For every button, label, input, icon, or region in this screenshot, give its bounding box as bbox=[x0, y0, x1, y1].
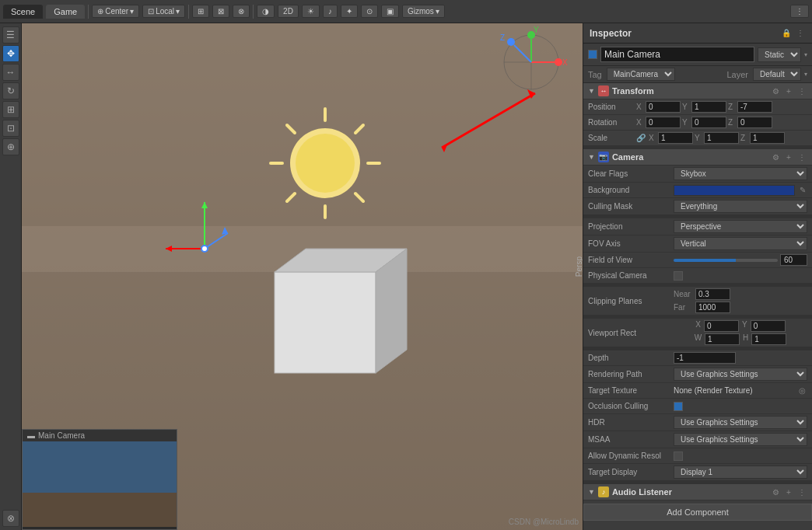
snap2-btn[interactable]: ⊗ bbox=[233, 5, 250, 18]
audio-add-icon[interactable]: + bbox=[783, 486, 794, 497]
add-component-button[interactable]: Add Component bbox=[583, 504, 812, 521]
grid-btn[interactable]: ⊞ bbox=[192, 5, 209, 18]
audio-listener-header[interactable]: ▼ ♪ Audio Listener ⚙ + ⋮ bbox=[583, 484, 812, 500]
rot-z-input[interactable] bbox=[737, 117, 772, 128]
toolbar-sep-1 bbox=[88, 5, 89, 19]
far-input[interactable] bbox=[695, 302, 730, 313]
camera-menu-icon[interactable]: ⋮ bbox=[796, 152, 807, 162]
rect-tool[interactable]: ⊡ bbox=[2, 120, 19, 137]
scale-y-input[interactable] bbox=[704, 132, 739, 144]
layer-dropdown-arrow: ▾ bbox=[804, 71, 807, 78]
vp-h-input[interactable] bbox=[751, 333, 786, 345]
vp-w-input[interactable] bbox=[705, 333, 740, 345]
culling-mask-dropdown[interactable]: Everything bbox=[674, 200, 807, 213]
shading-btn[interactable]: ◑ bbox=[257, 5, 275, 18]
occlusion-culling-value bbox=[674, 402, 807, 411]
clipping-planes-label: Clipping Planes bbox=[588, 297, 674, 305]
static-dropdown-arrow: ▾ bbox=[804, 51, 807, 58]
rotate-tool[interactable]: ↻ bbox=[2, 82, 19, 99]
more-btn[interactable]: ⋮ bbox=[790, 5, 809, 18]
vp-y-input[interactable] bbox=[751, 320, 786, 332]
aspect-btn[interactable]: ▣ bbox=[381, 5, 399, 18]
target-texture-pick-icon[interactable]: ◎ bbox=[796, 385, 807, 396]
layer-dropdown[interactable]: Default bbox=[753, 68, 801, 81]
vp-x-input[interactable] bbox=[704, 320, 739, 332]
rot-y-input[interactable] bbox=[691, 117, 726, 128]
physical-camera-checkbox[interactable] bbox=[674, 271, 683, 281]
scene-tab[interactable]: Scene bbox=[3, 5, 43, 19]
pivot-center-btn[interactable]: ⊕ Center ▾ bbox=[92, 5, 139, 18]
local-dropdown-icon: ▾ bbox=[176, 7, 180, 16]
depth-value bbox=[674, 352, 807, 364]
background-value: ✎ bbox=[674, 185, 807, 196]
msaa-dropdown[interactable]: Use Graphics Settings bbox=[674, 433, 807, 446]
occlusion-culling-checkbox[interactable] bbox=[674, 402, 683, 411]
lighting-btn[interactable]: ☀ bbox=[302, 5, 320, 18]
near-input[interactable] bbox=[695, 288, 730, 300]
audio-menu-icon[interactable]: ⋮ bbox=[796, 486, 807, 497]
rendering-path-dropdown[interactable]: Use Graphics Settings bbox=[674, 368, 807, 381]
background-color-swatch[interactable] bbox=[674, 185, 795, 196]
transform-tool[interactable]: ⊕ bbox=[2, 138, 19, 155]
effects-btn[interactable]: ✦ bbox=[341, 5, 358, 18]
vp-y-label: Y bbox=[742, 320, 747, 332]
transform-header[interactable]: ▼ ↔ Transform ⚙ + ⋮ bbox=[583, 83, 812, 99]
clear-flags-dropdown[interactable]: Skybox bbox=[674, 167, 807, 180]
depth-input[interactable] bbox=[674, 352, 736, 364]
top-toolbar: Scene Game ⊕ Center ▾ ⊡ Local ▾ ⊞ ⊠ ⊗ ◑ … bbox=[0, 0, 812, 23]
far-label: Far bbox=[674, 303, 693, 312]
transform-add-icon[interactable]: + bbox=[783, 85, 794, 96]
local-btn[interactable]: ⊡ Local ▾ bbox=[142, 5, 185, 18]
static-dropdown[interactable]: Static bbox=[758, 47, 801, 62]
fov-slider[interactable] bbox=[674, 259, 778, 262]
lock-icon[interactable]: 🔒 bbox=[781, 28, 792, 39]
2d-btn[interactable]: 2D bbox=[278, 5, 299, 18]
obj-active-checkbox[interactable] bbox=[588, 50, 597, 59]
viewport-xy-row: X Y bbox=[695, 320, 785, 332]
scale-x-input[interactable] bbox=[658, 132, 693, 144]
camera-settings-icon[interactable]: ⚙ bbox=[770, 152, 781, 162]
camera-preview: ▬ Main Camera bbox=[22, 429, 177, 530]
rot-x-input[interactable] bbox=[646, 117, 681, 128]
obj-name-input[interactable] bbox=[600, 47, 754, 62]
background-eyedropper-icon[interactable]: ✎ bbox=[797, 185, 807, 196]
hidden-btn[interactable]: ⊙ bbox=[361, 5, 378, 18]
rotation-row: Rotation X Y Z bbox=[583, 115, 812, 131]
target-display-dropdown[interactable]: Display 1 bbox=[674, 465, 807, 479]
scale-label: Scale bbox=[588, 134, 635, 142]
transform-menu-icon[interactable]: ⋮ bbox=[796, 85, 807, 96]
custom-tool[interactable]: ⊗ bbox=[2, 510, 19, 527]
watermark: CSDN @MicroLindb bbox=[509, 518, 579, 526]
scale-tool[interactable]: ⊞ bbox=[2, 101, 19, 118]
hand-tool[interactable]: ✥ bbox=[2, 45, 19, 62]
audio-btn[interactable]: ♪ bbox=[323, 5, 338, 18]
scale-lock-icon: 🔗 bbox=[636, 134, 646, 142]
fov-input[interactable] bbox=[780, 254, 807, 266]
select-tool[interactable]: ☰ bbox=[2, 26, 19, 44]
local-icon: ⊡ bbox=[148, 7, 154, 16]
occlusion-culling-row: Occlusion Culling bbox=[583, 399, 812, 414]
pos-x-input[interactable] bbox=[646, 101, 681, 113]
camera-add-icon[interactable]: + bbox=[783, 152, 794, 162]
camera-header[interactable]: ▼ 📷 Camera ⚙ + ⋮ bbox=[583, 149, 812, 166]
svg-rect-53 bbox=[23, 493, 177, 527]
inspector-menu-icon[interactable]: ⋮ bbox=[795, 28, 806, 39]
scale-row: Scale 🔗 X Y Z bbox=[583, 131, 812, 146]
tag-dropdown[interactable]: MainCamera bbox=[607, 68, 675, 81]
game-tab[interactable]: Game bbox=[46, 5, 85, 19]
target-display-row: Target Display Display 1 bbox=[583, 464, 812, 481]
transform-settings-icon[interactable]: ⚙ bbox=[770, 85, 781, 96]
gizmos-btn[interactable]: Gizmos ▾ bbox=[402, 5, 445, 18]
scale-z-input[interactable] bbox=[750, 132, 785, 144]
scale-fields: 🔗 X Y Z bbox=[636, 132, 807, 144]
projection-dropdown[interactable]: Perspective bbox=[674, 220, 807, 233]
hdr-dropdown[interactable]: Use Graphics Settings bbox=[674, 416, 807, 429]
pos-y-input[interactable] bbox=[691, 101, 726, 113]
scene-viewport[interactable]: X Y Z Persp ▬ Main Camera bbox=[22, 23, 583, 530]
audio-settings-icon[interactable]: ⚙ bbox=[770, 486, 781, 497]
fov-axis-dropdown[interactable]: Vertical bbox=[674, 237, 807, 250]
snap-btn[interactable]: ⊠ bbox=[212, 5, 229, 18]
allow-dynamic-checkbox[interactable] bbox=[674, 452, 683, 461]
pos-z-input[interactable] bbox=[737, 101, 772, 113]
move-tool[interactable]: ↔ bbox=[2, 64, 19, 81]
